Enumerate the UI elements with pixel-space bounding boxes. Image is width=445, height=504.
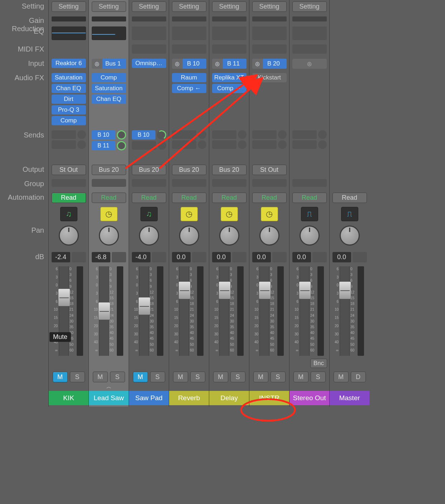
input-slot[interactable]: ◎B 20 [252, 59, 287, 69]
solo-button[interactable]: S [150, 372, 165, 382]
send-slot-empty[interactable] [212, 140, 247, 149]
solo-button[interactable]: S [271, 372, 286, 382]
db-peak[interactable] [72, 252, 86, 262]
mute-button[interactable]: M [173, 372, 188, 382]
solo-button[interactable]: S [70, 372, 85, 382]
db-peak[interactable] [112, 252, 126, 262]
pan-knob[interactable] [219, 226, 239, 246]
setting-button[interactable]: Setting [292, 1, 327, 12]
input-slot[interactable]: ◎B 11 [212, 59, 247, 69]
automation-mode[interactable]: Read [132, 193, 166, 203]
pan-knob[interactable] [59, 226, 79, 246]
db-peak[interactable] [272, 252, 287, 262]
midi-fx-slot[interactable] [212, 44, 247, 54]
group-slot[interactable] [292, 179, 327, 187]
output-slot[interactable]: Bus 20 [212, 165, 247, 175]
mute-button[interactable]: M [293, 372, 308, 382]
fader-cap[interactable] [178, 281, 191, 299]
audio-fx-plugin[interactable]: Comp [92, 73, 126, 82]
fader-track[interactable] [99, 266, 109, 356]
send-knob[interactable] [156, 130, 167, 140]
group-slot[interactable] [212, 179, 247, 187]
setting-button[interactable]: Setting [52, 1, 86, 12]
eq-thumbnail[interactable] [52, 26, 86, 40]
send-slot[interactable]: B 10 [132, 130, 166, 140]
track-type-icon[interactable]: ♫ [140, 207, 158, 221]
input-slot[interactable]: ◎ [292, 59, 327, 69]
mute-button[interactable]: M [133, 372, 148, 382]
output-slot[interactable]: St Out [52, 165, 86, 175]
output-slot[interactable]: St Out [252, 165, 287, 175]
track-type-icon[interactable]: ◷ [100, 207, 118, 221]
fader-track[interactable] [259, 266, 269, 356]
send-slot-empty[interactable] [252, 130, 287, 139]
track-name[interactable]: KIK [49, 391, 88, 405]
track-name[interactable]: Master [330, 391, 369, 405]
output-slot[interactable]: Bus 20 [92, 165, 126, 175]
group-slot[interactable] [92, 179, 126, 187]
group-slot[interactable] [252, 179, 287, 187]
send-knob[interactable] [117, 141, 126, 150]
send-slot[interactable]: B 10 [92, 130, 126, 140]
pan-knob[interactable] [139, 226, 159, 246]
eq-slot-empty[interactable] [212, 26, 247, 40]
mute-button[interactable]: M [334, 372, 349, 382]
db-value[interactable]: 0.0 [332, 252, 351, 262]
pan-knob[interactable] [340, 226, 360, 246]
eq-thumbnail[interactable] [92, 26, 126, 40]
pan-knob[interactable] [259, 226, 279, 246]
audio-fx-plugin[interactable]: Saturation [52, 73, 86, 82]
pan-knob[interactable] [300, 226, 320, 246]
fader-track[interactable] [219, 266, 229, 356]
input-slot[interactable]: ◎Bus 1 [92, 59, 126, 69]
db-peak[interactable] [312, 252, 327, 262]
automation-mode[interactable]: Read [92, 193, 126, 203]
audio-fx-plugin[interactable]: Comp ← [212, 84, 247, 93]
audio-fx-plugin[interactable]: Saturation [92, 84, 126, 93]
midi-fx-slot[interactable] [172, 44, 206, 54]
fader-track[interactable] [300, 266, 310, 356]
solo-button[interactable]: S [230, 372, 245, 382]
expand-icon[interactable]: ︿ [91, 384, 126, 390]
db-value[interactable]: -6.8 [92, 252, 110, 262]
midi-fx-slot[interactable] [292, 44, 327, 54]
db-peak[interactable] [152, 252, 166, 262]
dim-button[interactable]: D [351, 372, 366, 382]
mute-button[interactable]: M [53, 372, 68, 382]
track-type-icon[interactable]: ◷ [221, 207, 238, 221]
automation-mode[interactable]: Read [332, 193, 367, 203]
db-value[interactable]: 0.0 [172, 252, 191, 262]
send-slot[interactable]: B 11 [92, 141, 126, 150]
db-peak[interactable] [232, 252, 247, 262]
send-slot-empty[interactable] [172, 140, 206, 149]
send-slot-empty[interactable] [212, 130, 247, 139]
setting-button[interactable]: Setting [212, 1, 247, 12]
automation-mode[interactable]: Read [212, 193, 247, 203]
send-slot-empty[interactable] [132, 141, 166, 150]
setting-button[interactable]: Setting [92, 1, 126, 12]
mute-button[interactable]: M [253, 372, 268, 382]
pan-knob[interactable] [99, 226, 119, 246]
automation-mode[interactable]: Read [172, 193, 206, 203]
db-value[interactable]: 0.0 [212, 252, 231, 262]
send-knob[interactable] [117, 130, 126, 140]
audio-fx-plugin[interactable]: Comp ← [172, 84, 206, 93]
db-value[interactable]: 0.0 [292, 252, 311, 262]
eq-slot-empty[interactable] [252, 26, 287, 40]
send-slot-empty[interactable] [52, 130, 86, 139]
track-name[interactable]: Saw Pad [129, 391, 169, 405]
automation-mode[interactable]: Read [252, 193, 287, 203]
eq-slot-empty[interactable] [172, 26, 206, 40]
fader-track[interactable] [340, 266, 350, 356]
track-name[interactable]: Delay [209, 391, 249, 405]
track-name[interactable]: INSTR [249, 391, 289, 405]
audio-fx-plugin[interactable]: Chan EQ [52, 84, 86, 93]
input-slot[interactable]: Reaktor 6 [52, 59, 86, 68]
output-slot[interactable]: Bus 20 [132, 165, 166, 175]
track-name[interactable]: Lead Saw [89, 391, 129, 405]
send-slot-empty[interactable] [172, 130, 206, 139]
mute-button[interactable]: M [213, 372, 228, 382]
bnc-button[interactable]: Bnc [310, 359, 327, 368]
automation-mode[interactable]: Read [52, 193, 86, 203]
db-value[interactable]: -2.4 [52, 252, 70, 262]
